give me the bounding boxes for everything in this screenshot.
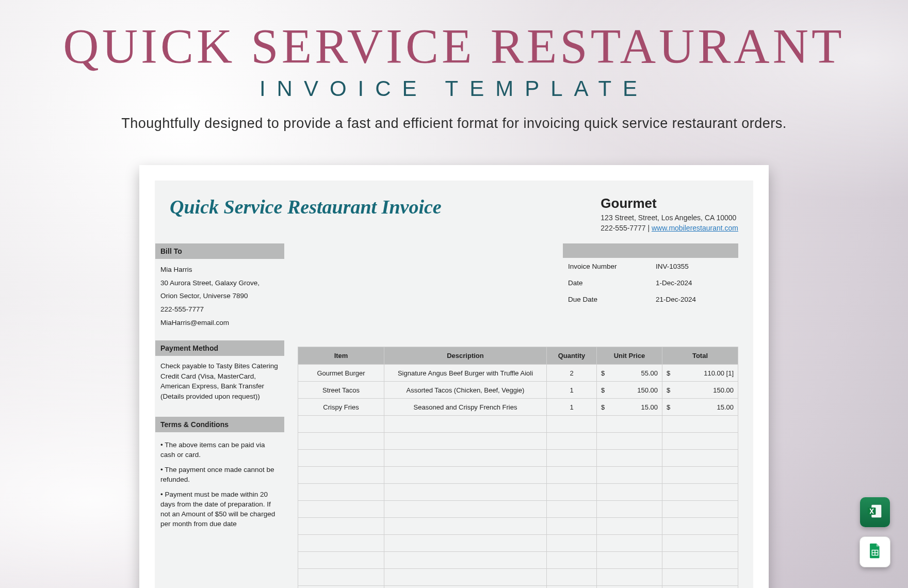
hero: QUICK SERVICE RESTAURANT INVOICE TEMPLAT… [0, 0, 908, 132]
table-row-empty [298, 467, 738, 484]
excel-icon [866, 502, 884, 522]
invoice-title: Quick Service Restaurant Invoice [170, 195, 442, 232]
terms-heading: Terms & Conditions [155, 417, 284, 432]
company-contact: 222-555-7777 | www.mobilerestaurant.com [601, 224, 738, 232]
term-1: • The above items can be paid via cash o… [160, 440, 279, 460]
invoice-header: Quick Service Restaurant Invoice Gourmet… [155, 195, 753, 232]
bill-to-phone: 222-555-7777 [160, 303, 279, 316]
cell-qty: 2 [547, 365, 597, 382]
company-phone: 222-555-7777 [601, 224, 645, 232]
col-unit-price: Unit Price [597, 347, 662, 365]
format-badges [860, 497, 890, 567]
col-total: Total [662, 347, 738, 365]
items-tbody: Gourmet BurgerSignature Angus Beef Burge… [298, 365, 738, 589]
table-row-empty [298, 552, 738, 569]
table-row-empty [298, 433, 738, 450]
meta-header-bar [563, 243, 738, 258]
col-quantity: Quantity [547, 347, 597, 365]
bill-to-name: Mia Harris [160, 263, 279, 276]
items-header-row: Item Description Quantity Unit Price Tot… [298, 347, 738, 365]
meta-row-date: Date 1-Dec-2024 [563, 274, 738, 291]
cell-total: $110.00 [1] [662, 365, 738, 382]
right-column: Invoice Number INV-10355 Date 1-Dec-2024… [284, 243, 753, 588]
company-block: Gourmet 123 Street, Street, Los Angeles,… [601, 195, 738, 232]
meta-value: 1-Dec-2024 [651, 275, 738, 291]
cell-desc: Signature Angus Beef Burger with Truffle… [384, 365, 547, 382]
table-row: Crispy FriesSeasoned and Crispy French F… [298, 399, 738, 416]
separator: | [646, 224, 652, 232]
google-sheets-icon [866, 542, 884, 562]
hero-description: Thoughtfully designed to provide a fast … [0, 116, 908, 132]
cell-unit: $15.00 [597, 399, 662, 416]
cell-desc: Assorted Tacos (Chicken, Beef, Veggie) [384, 382, 547, 399]
col-item: Item [298, 347, 384, 365]
terms-body: • The above items can be paid via cash o… [155, 432, 284, 529]
table-row: Gourmet BurgerSignature Angus Beef Burge… [298, 365, 738, 382]
meta-value: 21-Dec-2024 [651, 291, 738, 307]
cell-item: Crispy Fries [298, 399, 384, 416]
meta-row-due: Due Date 21-Dec-2024 [563, 291, 738, 307]
term-2: • The payment once made cannot be refund… [160, 465, 279, 485]
payment-heading: Payment Method [155, 340, 284, 356]
term-3: • Payment must be made within 20 days fr… [160, 490, 279, 529]
sheets-badge[interactable] [860, 536, 890, 567]
invoice-meta: Invoice Number INV-10355 Date 1-Dec-2024… [563, 243, 738, 307]
table-row-empty [298, 416, 738, 433]
table-row-empty [298, 535, 738, 552]
cell-qty: 1 [547, 399, 597, 416]
col-description: Description [384, 347, 547, 365]
meta-value: INV-10355 [651, 258, 738, 274]
document-page: Quick Service Restaurant Invoice Gourmet… [155, 181, 753, 588]
table-row-empty [298, 501, 738, 518]
bill-to-addr1: 30 Aurora Street, Galaxy Grove, [160, 276, 279, 290]
cell-qty: 1 [547, 382, 597, 399]
cell-unit: $150.00 [597, 382, 662, 399]
table-row-empty [298, 569, 738, 586]
cell-desc: Seasoned and Crispy French Fries [384, 399, 547, 416]
document-preview: Quick Service Restaurant Invoice Gourmet… [139, 165, 769, 588]
meta-label: Invoice Number [563, 258, 651, 274]
cell-total: $15.00 [662, 399, 738, 416]
table-row-empty [298, 518, 738, 535]
meta-label: Date [563, 275, 651, 291]
table-row-empty [298, 450, 738, 467]
cell-total: $150.00 [662, 382, 738, 399]
left-column: Bill To Mia Harris 30 Aurora Street, Gal… [155, 243, 284, 588]
table-row-empty [298, 586, 738, 589]
company-website-link[interactable]: www.mobilerestaurant.com [652, 224, 738, 232]
hero-subtitle: INVOICE TEMPLATE [0, 76, 908, 101]
cell-item: Street Tacos [298, 382, 384, 399]
bill-to-addr2: Orion Sector, Universe 7890 [160, 289, 279, 303]
excel-badge[interactable] [860, 497, 890, 527]
company-address: 123 Street, Street, Los Angeles, CA 1000… [601, 214, 738, 222]
invoice-body: Bill To Mia Harris 30 Aurora Street, Gal… [155, 243, 753, 588]
table-row-empty [298, 484, 738, 501]
promo-stage: QUICK SERVICE RESTAURANT INVOICE TEMPLAT… [0, 0, 908, 588]
meta-row-invoice-number: Invoice Number INV-10355 [563, 258, 738, 274]
cell-unit: $55.00 [597, 365, 662, 382]
items-table: Item Description Quantity Unit Price Tot… [298, 347, 738, 588]
hero-title: QUICK SERVICE RESTAURANT [0, 22, 908, 71]
bill-to-body: Mia Harris 30 Aurora Street, Galaxy Grov… [155, 259, 284, 331]
meta-label: Due Date [563, 291, 651, 307]
payment-body: Check payable to Tasty Bites Catering Cr… [155, 356, 284, 407]
bill-to-heading: Bill To [155, 243, 284, 259]
company-name: Gourmet [601, 195, 738, 211]
cell-item: Gourmet Burger [298, 365, 384, 382]
bill-to-email: MiaHarris@email.com [160, 316, 279, 330]
table-row: Street TacosAssorted Tacos (Chicken, Bee… [298, 382, 738, 399]
